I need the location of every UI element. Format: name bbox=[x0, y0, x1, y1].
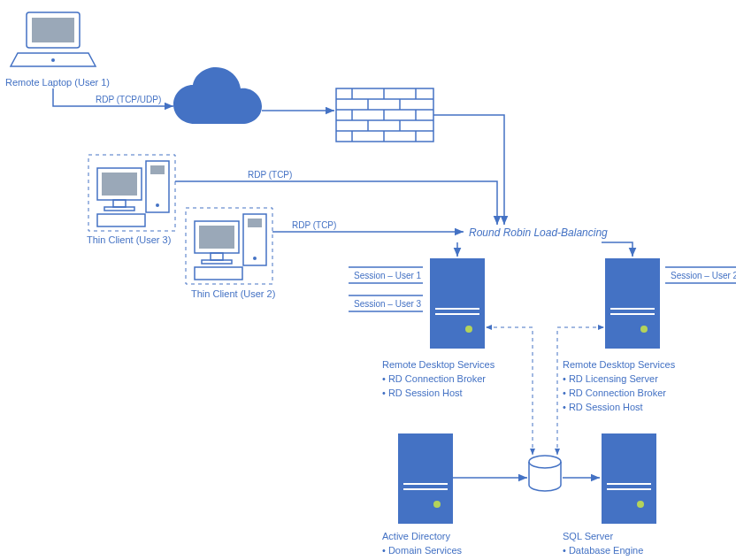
rds1-session-0: Session – User 1 bbox=[349, 267, 423, 283]
ad-server-icon bbox=[398, 433, 453, 524]
svg-text:Session – User 1: Session – User 1 bbox=[354, 271, 422, 280]
svg-rect-37 bbox=[202, 260, 232, 264]
svg-text:Session – User 3: Session – User 3 bbox=[354, 299, 422, 309]
edge-rds1-db bbox=[487, 327, 533, 455]
svg-rect-1 bbox=[32, 18, 74, 42]
svg-rect-56 bbox=[398, 433, 453, 524]
laptop-label: Remote Laptop (User 1) bbox=[5, 77, 110, 88]
svg-rect-50 bbox=[610, 308, 655, 310]
svg-rect-49 bbox=[605, 258, 660, 349]
sql-bullet-0: • Database Engine bbox=[563, 545, 643, 556]
svg-rect-23 bbox=[150, 165, 165, 174]
svg-rect-3 bbox=[336, 88, 433, 142]
svg-point-24 bbox=[156, 203, 159, 207]
svg-point-33 bbox=[253, 257, 257, 260]
rds2-bullet-2: • RD Session Host bbox=[563, 402, 643, 412]
edge-fw-lb bbox=[433, 115, 504, 225]
edge-lb-rds2 bbox=[602, 242, 632, 257]
svg-rect-28 bbox=[104, 207, 134, 211]
svg-rect-61 bbox=[607, 483, 651, 485]
thin-client-3-icon bbox=[88, 155, 175, 231]
cloud-icon bbox=[173, 67, 262, 124]
edge-thin3-label: RDP (TCP) bbox=[248, 170, 292, 180]
architecture-diagram: Remote Laptop (User 1) Thin Client (User… bbox=[0, 0, 736, 560]
laptop-icon bbox=[11, 12, 96, 66]
firewall-icon bbox=[336, 88, 433, 142]
rds1-bullet-1: • RD Session Host bbox=[382, 387, 463, 398]
svg-point-42 bbox=[465, 326, 472, 333]
thin-client-2-label: Thin Client (User 2) bbox=[191, 288, 275, 299]
svg-rect-29 bbox=[97, 214, 145, 226]
svg-rect-51 bbox=[610, 313, 655, 315]
svg-point-64 bbox=[529, 456, 561, 468]
rds1-session-1: Session – User 3 bbox=[349, 295, 423, 311]
svg-rect-60 bbox=[602, 433, 656, 524]
sql-title: SQL Server bbox=[563, 531, 613, 541]
thin-client-3-label: Thin Client (User 3) bbox=[87, 234, 171, 245]
svg-rect-27 bbox=[113, 200, 126, 207]
svg-rect-40 bbox=[435, 308, 479, 310]
rds2-bullet-0: • RD Licensing Server bbox=[563, 373, 658, 384]
rds2-title: Remote Desktop Services bbox=[563, 359, 676, 370]
load-balancer-label: Round Robin Load-Balancing bbox=[469, 226, 608, 239]
rds-server-1-icon bbox=[430, 258, 485, 349]
svg-rect-41 bbox=[435, 313, 479, 315]
svg-point-2 bbox=[51, 58, 55, 62]
rds1-bullet-0: • RD Connection Broker bbox=[382, 373, 486, 384]
svg-text:Session – User 2: Session – User 2 bbox=[671, 271, 736, 280]
svg-rect-57 bbox=[403, 483, 448, 485]
svg-rect-32 bbox=[248, 219, 262, 227]
svg-rect-35 bbox=[199, 226, 234, 249]
svg-rect-36 bbox=[211, 253, 223, 260]
svg-rect-62 bbox=[607, 488, 651, 490]
sql-server-icon bbox=[602, 433, 656, 524]
svg-rect-26 bbox=[102, 173, 137, 196]
svg-point-63 bbox=[637, 501, 644, 508]
rds2-session-0: Session – User 2 bbox=[665, 267, 736, 283]
rds2-bullet-1: • RD Connection Broker bbox=[563, 387, 666, 398]
edge-thin2-label: RDP (TCP) bbox=[292, 220, 336, 230]
svg-point-52 bbox=[640, 326, 648, 333]
ad-title: Active Directory bbox=[382, 531, 451, 541]
svg-rect-38 bbox=[195, 267, 242, 280]
svg-rect-58 bbox=[403, 488, 448, 490]
rds1-title: Remote Desktop Services bbox=[382, 359, 495, 370]
svg-point-59 bbox=[433, 501, 441, 508]
ad-bullet-0: • Domain Services bbox=[382, 545, 463, 556]
rds-server-2-icon bbox=[605, 258, 660, 349]
thin-client-2-icon bbox=[186, 208, 272, 284]
edge-laptop-cloud-label: RDP (TCP/UDP) bbox=[96, 95, 161, 104]
edge-thin3-lb bbox=[175, 181, 497, 225]
svg-rect-39 bbox=[430, 258, 485, 349]
database-icon bbox=[529, 456, 561, 491]
